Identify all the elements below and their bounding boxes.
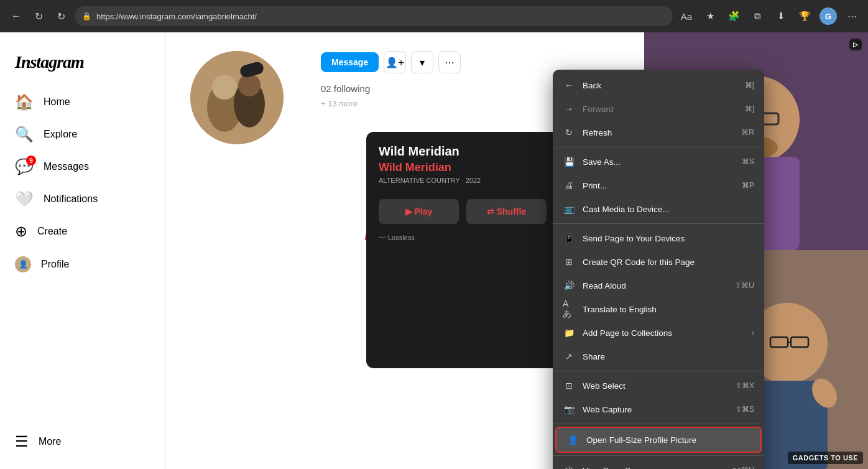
settings-icon[interactable]: ⋯ xyxy=(843,7,861,25)
save-icon: 💾 xyxy=(563,156,575,168)
games-icon[interactable]: 🏆 xyxy=(796,7,813,25)
ctx-read-aloud-shortcut: ⇧⌘U xyxy=(735,281,754,290)
svg-point-4 xyxy=(238,74,261,96)
read-aloud-icon: 🔊 xyxy=(563,279,575,292)
ctx-send-devices-label: Send Page to Your Devices xyxy=(583,234,685,243)
ctx-forward-shortcut: ⌘] xyxy=(745,104,754,113)
forward-icon: → xyxy=(563,103,575,115)
sidebar-item-home-label: Home xyxy=(44,96,70,108)
context-menu-share[interactable]: ↗ Share xyxy=(553,345,764,368)
ctx-forward-label: Forward xyxy=(583,104,614,114)
ctx-view-source-label: View Page Source xyxy=(583,466,652,470)
ctx-web-select-shortcut: ⇧⌘X xyxy=(736,381,754,390)
ctx-web-capture-shortcut: ⇧⌘S xyxy=(736,405,754,414)
address-bar[interactable]: 🔒 https://www.instagram.com/iamgabrielma… xyxy=(75,6,673,26)
context-menu-back[interactable]: ← Back ⌘[ xyxy=(553,73,764,97)
extensions-icon[interactable]: 🧩 xyxy=(725,7,742,25)
context-menu-refresh[interactable]: ↻ Refresh ⌘R xyxy=(553,121,764,144)
cast-icon: 📺 xyxy=(563,203,575,215)
ctx-refresh-shortcut: ⌘R xyxy=(741,128,754,137)
translate-icon: Aあ xyxy=(563,303,575,315)
read-mode-icon[interactable]: Aa xyxy=(678,7,695,25)
watermark-badge: GADGETS TO USE xyxy=(788,452,863,464)
play-button[interactable]: ▶ Play xyxy=(379,199,459,224)
context-menu-save-as[interactable]: 💾 Save As... ⌘S xyxy=(553,150,764,174)
favorites-icon[interactable]: ★ xyxy=(701,7,719,25)
sidebar-item-profile-label: Profile xyxy=(41,259,69,270)
ctx-back-label: Back xyxy=(583,81,601,90)
ctx-share-label: Share xyxy=(583,352,605,361)
sidebar-item-messages-label: Messages xyxy=(44,161,89,172)
web-select-icon: ⊡ xyxy=(563,379,575,392)
music-genre: ALTERNATIVE COUNTRY · 2022 xyxy=(379,177,547,184)
web-capture-icon: 📷 xyxy=(563,403,575,416)
sidebar-item-explore-label: Explore xyxy=(44,129,77,140)
print-icon: 🖨 xyxy=(563,179,575,192)
collections-icon[interactable]: ⧉ xyxy=(749,7,766,25)
context-menu-translate[interactable]: Aあ Translate to English xyxy=(553,297,764,321)
add-friend-button[interactable]: 👤+ xyxy=(384,51,406,73)
more-options-button[interactable]: ⋯ xyxy=(438,51,461,73)
context-menu-print[interactable]: 🖨 Print... ⌘P xyxy=(553,174,764,197)
ctx-web-select-label: Web Select xyxy=(583,381,626,391)
sidebar-item-messages[interactable]: 💬 9 Messages xyxy=(7,152,157,182)
svg-point-2 xyxy=(212,75,237,100)
sidebar-item-create-label: Create xyxy=(37,226,67,237)
ctx-print-shortcut: ⌘P xyxy=(742,181,754,190)
downloads-icon[interactable]: ⬇ xyxy=(772,7,790,25)
quality-label: 〰 Lossless xyxy=(379,234,547,241)
context-menu-view-source[interactable]: </> View Page Source ⌥⌘U xyxy=(553,458,764,469)
top-right-badge: ▷ xyxy=(849,39,862,50)
context-menu-qr[interactable]: ⊞ Create QR Code for this Page xyxy=(553,250,764,274)
url-text: https://www.instagram.com/iamgabrielmach… xyxy=(96,12,257,21)
sidebar-item-create[interactable]: ⊕ Create xyxy=(7,216,157,246)
ctx-web-capture-label: Web Capture xyxy=(583,405,632,414)
collections-icon: 📁 xyxy=(563,327,575,339)
quality-icon: 〰 xyxy=(379,234,386,241)
sidebar-item-home[interactable]: 🏠 Home xyxy=(7,87,157,117)
context-menu-web-capture[interactable]: 📷 Web Capture ⇧⌘S xyxy=(553,397,764,421)
sidebar-item-notifications-label: Notifications xyxy=(44,193,98,205)
home-icon: 🏠 xyxy=(15,95,34,109)
profile-avatar xyxy=(190,51,284,144)
context-menu: ← Back ⌘[ → Forward ⌘] ↻ Refresh ⌘R xyxy=(553,70,764,469)
ctx-qr-label: Create QR Code for this Page xyxy=(583,258,695,267)
back-icon: ← xyxy=(563,79,575,91)
dropdown-button[interactable]: ▾ xyxy=(411,51,433,73)
context-menu-send-devices[interactable]: 📱 Send Page to Your Devices xyxy=(553,226,764,250)
avatar: 👤 xyxy=(15,256,31,272)
sidebar-item-profile[interactable]: 👤 Profile xyxy=(7,249,157,280)
ctx-print-label: Print... xyxy=(583,181,607,190)
send-devices-icon: 📱 xyxy=(563,232,575,244)
sidebar: Instagram 🏠 Home 🔍 Explore 💬 9 Messages … xyxy=(0,32,165,469)
sidebar-item-explore[interactable]: 🔍 Explore xyxy=(7,119,157,149)
ctx-save-shortcut: ⌘S xyxy=(742,157,754,166)
music-player: Wild Meridian Wild Meridian ALTERNATIVE … xyxy=(366,132,559,368)
context-menu-collections[interactable]: 📁 Add Page to Collections › xyxy=(553,321,764,345)
profile-circle-icon[interactable]: G xyxy=(820,7,837,25)
sidebar-item-notifications[interactable]: 🤍 Notifications xyxy=(7,184,157,214)
music-subtitle: Wild Meridian xyxy=(379,161,547,174)
more-icon: ☰ xyxy=(15,434,29,449)
sidebar-item-more[interactable]: ☰ More xyxy=(7,427,157,457)
context-menu-read-aloud[interactable]: 🔊 Read Aloud ⇧⌘U xyxy=(553,274,764,297)
context-menu-cast[interactable]: 📺 Cast Media to Device... xyxy=(553,197,764,221)
create-icon: ⊕ xyxy=(15,224,27,239)
forward-button[interactable]: ↻ xyxy=(30,7,47,25)
context-menu-open-profile[interactable]: 👤 Open Full-Size Profile Picture xyxy=(555,427,762,453)
back-button[interactable]: ← xyxy=(7,7,25,25)
shuffle-button[interactable]: ⇄ Shuffle xyxy=(466,199,547,224)
share-icon: ↗ xyxy=(563,350,575,363)
reload-button[interactable]: ↻ xyxy=(52,7,70,25)
content-area: Message 👤+ ▾ ⋯ 02 following + 13 more Ri… xyxy=(165,32,868,469)
refresh-icon: ↻ xyxy=(563,126,575,139)
collections-arrow-icon: › xyxy=(752,328,754,337)
ctx-divider-2 xyxy=(553,223,764,224)
qr-icon: ⊞ xyxy=(563,256,575,268)
browser-chrome: ← ↻ ↻ 🔒 https://www.instagram.com/iamgab… xyxy=(0,0,868,32)
ctx-back-shortcut: ⌘[ xyxy=(745,81,754,90)
music-title: Wild Meridian xyxy=(379,144,547,159)
message-button[interactable]: Message xyxy=(321,52,379,72)
ctx-save-label: Save As... xyxy=(583,157,621,167)
context-menu-web-select[interactable]: ⊡ Web Select ⇧⌘X xyxy=(553,374,764,397)
